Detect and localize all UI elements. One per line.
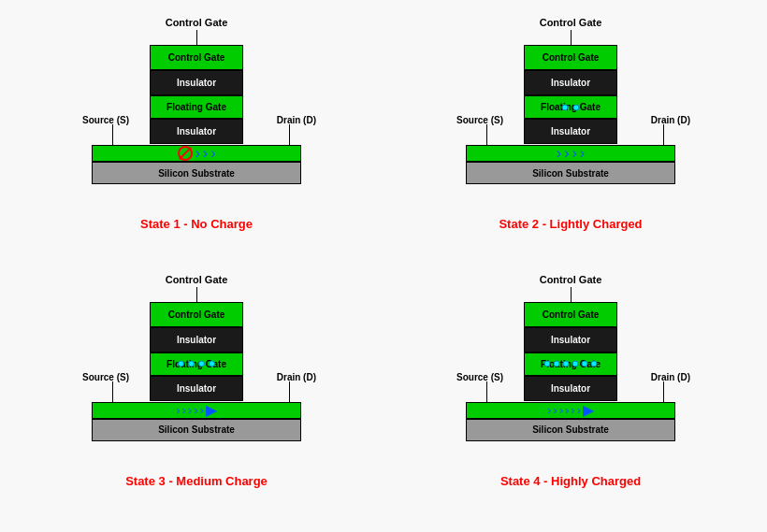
fg-layer-3: Floating Gate [150,352,243,376]
source-1: Source (S) [82,115,129,125]
source-2: Source (S) [456,115,503,125]
base-green-4: › › › › › › ▶ [466,402,675,419]
ins2-layer-2: Insulator [524,119,617,144]
drain-3: Drain (D) [277,372,316,382]
arrow-2a: › [557,146,561,161]
ins1-layer-3: Insulator [150,327,243,352]
source-3: Source (S) [82,372,129,382]
drain-4: Drain (D) [651,372,690,382]
silicon-label-4: Silicon Substrate [532,424,609,435]
drain-2: Drain (D) [651,115,690,125]
base-gray-1: Silicon Substrate [92,162,301,184]
gate-stack-3: Control Gate Insulator Floating Gate Ins… [150,302,243,401]
diagram-state1: Control Gate Control Gate Insulator Floa… [9,9,384,266]
state-label-1: State 1 - No Charge [140,217,253,231]
cg-layer-3: Control Gate [150,302,243,327]
arrow-3e: › [200,404,204,416]
cg-label-4: Control Gate [540,274,602,285]
fg-layer-1: Floating Gate [150,95,243,119]
arrow-4a: › [547,404,551,416]
cg-layer-1: Control Gate [150,45,243,70]
ins2-layer-3: Insulator [150,376,243,401]
vline-4 [571,287,572,302]
arrow-4f: › [577,404,581,416]
arrow-4d: › [565,404,569,416]
arrow-3b: › [181,404,185,416]
arrow-4c: › [559,404,563,416]
vline-2 [571,30,572,45]
no-symbol-1 [178,146,193,161]
base-green-3: › › › › › ▶ [92,402,301,419]
fg-layer-4: Floating Gate [524,352,617,376]
arrow-2d: › [580,146,585,161]
arrow-3c: › [188,404,192,416]
ins1-layer-1: Insulator [150,70,243,95]
arrow-4g: ▶ [583,403,594,418]
ins2-layer-4: Insulator [524,376,617,401]
arrow-4e: › [571,404,574,416]
main-container: Control Gate Control Gate Insulator Floa… [0,0,767,532]
arrow-3f: ▶ [206,403,217,418]
source-4: Source (S) [456,372,503,382]
arrow-3d: › [194,404,197,416]
ins2-layer-1: Insulator [150,119,243,144]
ins1-layer-4: Insulator [524,327,617,352]
src-vline-1 [112,124,113,145]
arrow-2b: › [564,146,569,161]
drn-vline-2 [663,124,664,145]
arrow-2c: › [572,146,577,161]
arrow-3a: › [176,404,180,416]
state-label-4: State 4 - Highly Charged [500,474,641,488]
diagram-state3: Control Gate Control Gate Insulator Floa… [9,266,384,524]
gate-stack-4: Control Gate Insulator Floating Gate Ins… [524,302,617,401]
src-vline-4 [486,381,487,402]
base-gray-4: Silicon Substrate [466,419,675,441]
base-green-2: › › › › [466,145,675,162]
silicon-label-2: Silicon Substrate [532,168,609,179]
diagram-area-state1: Control Gate Control Gate Insulator Floa… [75,17,318,213]
arrow-4b: › [553,404,557,416]
base-green-1: › › › [92,145,301,162]
diagram-state4: Control Gate Control Gate Insulator Floa… [384,266,758,524]
cg-label-1: Control Gate [166,17,228,28]
cg-layer-2: Control Gate [524,45,617,70]
gate-stack-1: Control Gate Insulator Floating Gate Ins… [150,45,243,144]
drain-1: Drain (D) [277,115,316,125]
diagram-area-state4: Control Gate Control Gate Insulator Floa… [449,274,692,470]
drn-vline-1 [289,124,290,145]
arrow-1a: › [195,146,200,161]
diagram-area-state3: Control Gate Control Gate Insulator Floa… [75,274,318,470]
vline-3 [196,287,197,302]
silicon-label-3: Silicon Substrate [158,424,235,435]
arrow-1b: › [203,146,208,161]
base-gray-3: Silicon Substrate [92,419,301,441]
silicon-label-1: Silicon Substrate [158,168,235,179]
fg-layer-2: Floating Gate [524,95,617,119]
diagram-state2: Control Gate Control Gate Insulator Floa… [384,9,758,266]
cg-layer-4: Control Gate [524,302,617,327]
ins1-layer-2: Insulator [524,70,617,95]
src-vline-2 [486,124,487,145]
cg-label-3: Control Gate [166,274,228,285]
drn-vline-3 [289,381,290,402]
src-vline-3 [112,381,113,402]
state-label-2: State 2 - Lightly Charged [499,217,642,231]
vline-1 [196,30,197,45]
gate-stack-2: Control Gate Insulator Floating Gate Ins… [524,45,617,144]
arrow-1c: › [210,146,215,161]
cg-label-2: Control Gate [540,17,602,28]
state-label-3: State 3 - Medium Charge [125,474,268,488]
drn-vline-4 [663,381,664,402]
base-gray-2: Silicon Substrate [466,162,675,184]
diagram-area-state2: Control Gate Control Gate Insulator Floa… [449,17,692,213]
